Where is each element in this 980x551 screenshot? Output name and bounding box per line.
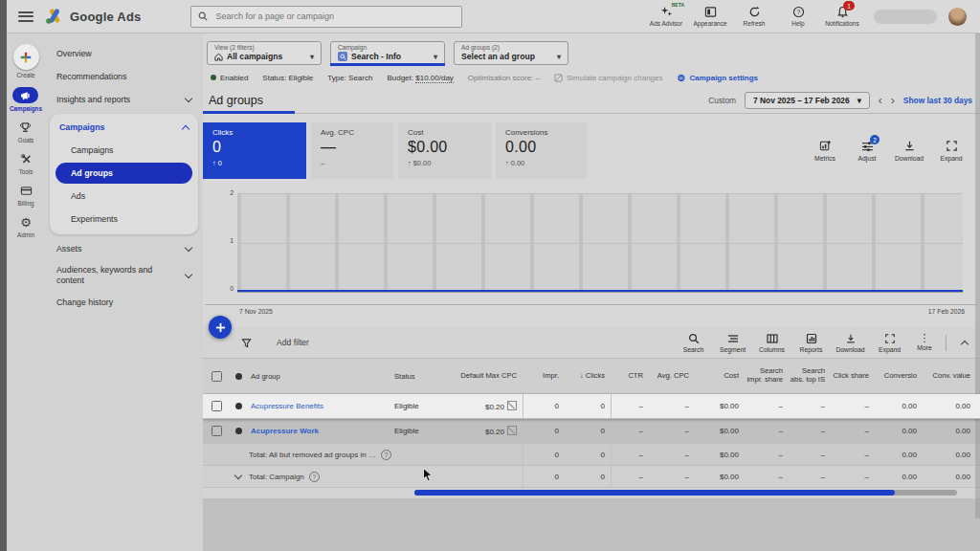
help-circle-icon[interactable]: ? [309,472,320,482]
account-name-redacted [874,10,937,24]
table-expand-button[interactable]: Expand [871,333,908,353]
row-checkbox[interactable] [212,401,222,411]
next-period-button[interactable]: › [891,95,895,106]
add-ad-group-button[interactable] [209,316,232,339]
campaign-status-bar: Enabled Status: Eligible Type: Search Bu… [211,73,980,83]
add-filter-button[interactable]: Add filter [241,338,309,348]
tools-icon [19,152,33,166]
col-cost[interactable]: Cost [695,372,745,381]
show-last-30-days-link[interactable]: Show last 30 days [903,96,972,105]
search-input[interactable] [213,11,455,22]
max-cpc-value[interactable]: $0.20 [459,426,523,436]
scrollbar-thumb[interactable] [414,490,895,496]
collapse-table-button[interactable] [953,339,976,347]
create-button[interactable]: Create [13,44,39,78]
appearance-button[interactable]: Appearance [688,6,732,27]
rail-item-admin[interactable]: ⚙ Admin [17,215,34,238]
sidebar-item-experiments[interactable]: Experiments [50,208,198,231]
rail-item-goals[interactable]: Goals [18,121,33,143]
campaign-filter-dropdown[interactable]: Campaign Search - Info ▾ [330,41,445,65]
rail-item-tools[interactable]: Tools [19,152,33,175]
avatar[interactable] [948,8,967,26]
x-axis-start-label: 7 Nov 2025 [239,308,273,315]
sidebar-item-ad-groups-active[interactable]: Ad groups [56,163,192,184]
campaign-settings-link[interactable]: ⚙ Campaign settings [677,73,758,83]
sidebar-item-overview[interactable]: Overview [45,42,203,65]
menu-icon[interactable] [18,11,33,22]
col-conv-value[interactable]: Conv. value [923,372,976,381]
ad-group-link[interactable]: Acupressure Benefits [249,402,392,410]
trophy-icon [18,121,33,135]
col-default-max-cpc[interactable]: Default Max CPC [459,372,523,381]
rail-tools-label: Tools [19,168,33,175]
previous-period-button[interactable]: ‹ [879,95,882,106]
ads-advisor-button[interactable]: BETA Ads Advisor [644,6,688,27]
sort-descending-icon: ↓ [580,371,584,380]
col-clicks[interactable]: ↓Clicks [565,372,611,381]
download-button[interactable]: Download [890,140,928,162]
scorecard-conversions[interactable]: Conversions 0.00 ↑ 0.00 [496,122,587,179]
chevron-down-icon[interactable] [234,472,242,479]
notifications-button[interactable]: 1 Notifications [820,6,864,27]
col-search-abs-top-is[interactable]: Search abs. top IS [789,367,831,384]
y-axis-tick: 2 [224,189,234,196]
max-cpc-value[interactable]: $0.20 [459,401,523,411]
table-search-button[interactable]: Search [675,333,712,353]
rail-item-billing[interactable]: Billing [18,184,34,207]
col-search-impr-share[interactable]: Search impr. share [745,367,789,384]
reports-button[interactable]: Reports [792,333,830,353]
row-checkbox[interactable] [212,426,222,436]
select-all-checkbox[interactable] [212,371,222,382]
col-avg-cpc[interactable]: Avg. CPC [649,372,695,381]
scorecard-clicks[interactable]: Clicks 0 ↑ 0 [203,122,306,179]
scorecard-avg-cpc[interactable]: Avg. CPC — – [311,122,393,179]
sidebar-item-insights[interactable]: Insights and reports [45,88,203,111]
segment-button[interactable]: Segment [714,333,751,353]
chart-axis-divider [205,304,976,305]
rail-item-campaigns[interactable]: Campaigns [10,87,42,112]
help-button[interactable]: ? Help [776,6,820,27]
rail-goals-label: Goals [18,137,33,143]
col-conversions[interactable]: Conversio [875,372,923,381]
home-icon [214,53,223,61]
enabled-status[interactable]: Enabled [211,74,248,82]
campaigns-subnav: Campaigns Campaigns Ad groups Ads Experi… [50,114,198,234]
col-status[interactable]: Status [392,372,459,381]
sidebar-item-ads[interactable]: Ads [50,185,198,208]
rail-billing-label: Billing [18,200,34,207]
metrics-button[interactable]: Metrics [806,140,844,162]
edit-bid-icon[interactable] [507,401,517,410]
sidebar-item-campaigns[interactable]: Campaigns [50,139,198,162]
more-button[interactable]: ⋮ More [910,334,939,351]
col-ctr[interactable]: CTR [611,372,649,381]
edit-bid-icon[interactable] [507,426,517,435]
view-filter-dropdown[interactable]: View (2 filters) All campaigns ▾ [207,41,322,65]
global-search[interactable] [190,6,462,28]
scrollbar-track[interactable] [414,490,957,496]
refresh-button[interactable]: Refresh [732,6,776,27]
horizontal-scrollbar[interactable] [203,489,980,496]
sidebar-item-audiences[interactable]: Audiences, keywords and content [45,260,203,291]
adjust-button[interactable]: 2 Adjust [848,140,886,162]
table-download-button[interactable]: Download [832,333,869,353]
col-ad-group[interactable]: Ad group [249,372,392,381]
table-row[interactable]: Acupressure Benefits Eligible $0.20 0 0 … [203,394,980,419]
budget-text[interactable]: Budget: $10.00/day [387,74,453,82]
ad-group-link[interactable]: Acupressure Work [249,427,392,435]
col-impr[interactable]: Impr. [523,372,565,381]
sidebar-item-campaigns-group[interactable]: Campaigns [50,116,198,139]
columns-button[interactable]: Columns [753,333,791,353]
expand-button[interactable]: Expand [932,140,970,162]
sidebar-item-assets[interactable]: Assets [45,237,203,260]
col-click-share[interactable]: Click share [831,372,875,381]
sidebar-item-change-history[interactable]: Change history [45,291,203,314]
date-range-dropdown[interactable]: 7 Nov 2025 – 17 Feb 2026 ▾ [745,92,870,109]
sidebar-item-recommendations[interactable]: Recommendations [45,65,203,88]
tab-indicator [203,113,980,114]
chevron-down-icon [185,271,192,278]
table-row[interactable]: Acupressure Work Eligible $0.20 0 0 – – … [203,419,980,444]
chart-plot-area [237,193,963,293]
ad-group-filter-dropdown[interactable]: Ad groups (2) Select an ad group ▾ [454,41,568,65]
help-circle-icon[interactable]: ? [381,450,391,460]
scorecard-cost[interactable]: Cost $0.00 ↑ $0.00 [398,122,491,179]
